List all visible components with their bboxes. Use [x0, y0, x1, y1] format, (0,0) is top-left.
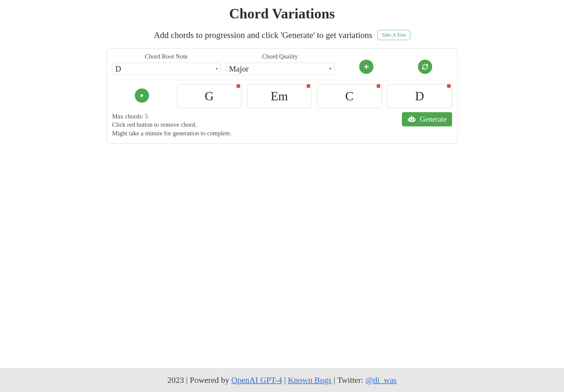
chord-label: C: [345, 89, 354, 103]
remove-chord-button[interactable]: [307, 84, 310, 88]
add-chord-button[interactable]: [359, 60, 373, 74]
info-text: Max chords: 5 Click red button to remove…: [112, 112, 232, 137]
root-note-select[interactable]: D: [112, 63, 221, 75]
quality-field: Chord Quality Major: [226, 53, 334, 75]
quality-select[interactable]: Major: [226, 63, 334, 75]
known-bugs-link[interactable]: Known Bugs: [288, 375, 332, 385]
svg-rect-2: [409, 117, 414, 122]
footer-year: 2023: [167, 375, 184, 385]
footer-twitter-prefix: Twitter:: [337, 375, 363, 385]
chord-card[interactable]: G: [177, 84, 242, 108]
separator: |: [284, 375, 288, 385]
svg-point-4: [412, 119, 414, 120]
svg-rect-1: [415, 119, 416, 121]
chord-label: G: [205, 89, 213, 103]
chord-card[interactable]: Em: [247, 84, 312, 108]
generate-label: Generate: [420, 115, 446, 123]
svg-point-3: [410, 119, 411, 120]
chord-card[interactable]: D: [387, 84, 452, 108]
take-tour-button[interactable]: Take A Tour: [378, 30, 410, 40]
remove-chord-button[interactable]: [377, 84, 380, 88]
refresh-button-wrap: [398, 60, 452, 75]
robot-icon: [407, 115, 416, 123]
generate-button[interactable]: Generate: [402, 112, 452, 126]
refresh-button[interactable]: [418, 60, 432, 74]
svg-rect-0: [408, 119, 409, 121]
max-chords-text: Max chords: 5: [112, 112, 232, 120]
subtitle-row: Add chords to progression and click 'Gen…: [0, 30, 564, 40]
quality-value: Major: [229, 64, 249, 74]
controls-row: Chord Root Note D Chord Quality Major: [112, 53, 452, 80]
wait-hint-text: Might take a minute for generation to co…: [112, 129, 232, 137]
play-icon: [139, 93, 145, 99]
root-note-label: Chord Root Note: [112, 53, 221, 60]
subtitle-text: Add chords to progression and click 'Gen…: [154, 30, 372, 40]
plus-icon: [363, 64, 369, 70]
chevron-down-icon: [329, 68, 332, 70]
chord-label: Em: [271, 89, 288, 103]
quality-label: Chord Quality: [226, 53, 334, 60]
svg-rect-5: [410, 120, 413, 121]
main-panel: Chord Root Note D Chord Quality Major: [107, 48, 458, 144]
separator: |: [334, 375, 337, 385]
twitter-link[interactable]: @di_was: [365, 375, 397, 385]
refresh-icon: [422, 64, 428, 70]
play-button[interactable]: [135, 88, 149, 103]
separator: |: [186, 375, 190, 385]
openai-link[interactable]: OpenAI GPT-4: [231, 375, 282, 385]
remove-chord-button[interactable]: [447, 84, 451, 88]
play-cell: [112, 88, 172, 104]
remove-chord-button[interactable]: [237, 84, 240, 88]
root-note-field: Chord Root Note D: [112, 53, 221, 75]
remove-hint-text: Click red button to remove chord.: [112, 120, 232, 129]
root-note-value: D: [115, 64, 121, 74]
chevron-down-icon: [216, 68, 218, 70]
footer: 2023 | Powered by OpenAI GPT-4 | Known B…: [0, 368, 564, 392]
add-button-wrap: [340, 60, 393, 75]
svg-point-7: [411, 115, 412, 116]
chord-card[interactable]: C: [317, 84, 382, 108]
info-row: Max chords: 5 Click red button to remove…: [112, 112, 452, 137]
footer-powered-prefix: Powered by: [190, 375, 229, 385]
page-title: Chord Variations: [0, 5, 564, 22]
chord-label: D: [415, 89, 424, 103]
progression-row: G Em C D: [112, 84, 452, 108]
